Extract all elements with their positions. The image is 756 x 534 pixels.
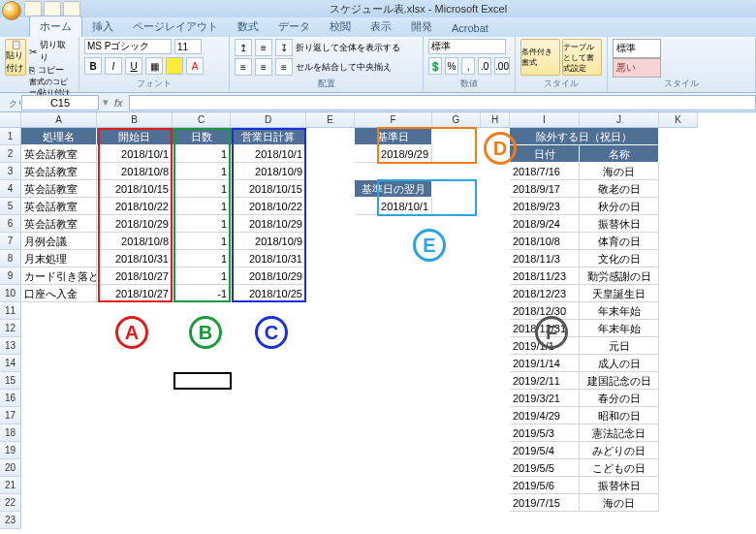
row-head-18[interactable]: 18 [0, 424, 21, 442]
fx-icon[interactable]: fx [114, 97, 123, 109]
cell-D5[interactable]: 2018/10/22 [231, 198, 306, 215]
cell-A4[interactable]: 英会話教室 [21, 180, 97, 198]
cell-A7[interactable]: 月例会議 [21, 233, 97, 250]
cond-format-button[interactable]: 条件付き書式 [520, 39, 560, 76]
cell-B2[interactable]: 2018/10/1 [97, 145, 173, 163]
cell-A9[interactable]: カード引き落とし [21, 267, 97, 285]
col-head-C[interactable]: C [173, 112, 231, 128]
border-button[interactable]: ▦ [145, 57, 163, 75]
row-head-10[interactable]: 10 [0, 285, 21, 302]
row-head-2[interactable]: 2 [0, 145, 21, 163]
name-box[interactable]: C15 [21, 95, 99, 110]
cell-D7[interactable]: 2018/10/9 [231, 233, 306, 250]
row-head-15[interactable]: 15 [0, 372, 21, 390]
cell-C6[interactable]: 1 [173, 215, 231, 233]
cell-B8[interactable]: 2018/10/31 [97, 250, 173, 267]
tab-review[interactable]: 校閲 [320, 16, 361, 37]
cell-I21[interactable]: 2019/5/6 [510, 477, 580, 494]
row-head-20[interactable]: 20 [0, 459, 21, 477]
font-name-select[interactable] [84, 39, 172, 54]
cell-J22[interactable]: 海の日 [580, 494, 659, 512]
cell-F1[interactable]: 基準日 [355, 128, 432, 145]
cell-J10[interactable]: 天皇誕生日 [580, 285, 659, 302]
formula-bar[interactable] [129, 95, 756, 110]
cell-I10[interactable]: 2018/12/23 [510, 285, 580, 302]
align-right[interactable]: ≡ [275, 58, 293, 76]
cell-I8[interactable]: 2018/11/3 [510, 250, 580, 267]
cell-I6[interactable]: 2018/9/24 [510, 215, 580, 233]
qat-redo[interactable] [63, 1, 80, 16]
font-size-select[interactable] [174, 39, 202, 54]
cell-J12[interactable]: 年末年始 [580, 320, 659, 337]
cell-J2[interactable]: 名称 [580, 145, 659, 163]
copy-button[interactable]: コピー [38, 64, 64, 77]
row-head-7[interactable]: 7 [0, 233, 21, 250]
decimal-inc[interactable]: .0 [478, 57, 491, 75]
cell-J11[interactable]: 年末年始 [580, 302, 659, 320]
row-head-6[interactable]: 6 [0, 215, 21, 233]
align-mid[interactable]: ≡ [255, 39, 272, 56]
cell-A2[interactable]: 英会話教室 [21, 145, 97, 163]
row-head-8[interactable]: 8 [0, 250, 21, 267]
row-head-13[interactable]: 13 [0, 337, 21, 355]
cell-J9[interactable]: 勤労感謝の日 [580, 267, 659, 285]
cell-A10[interactable]: 口座へ入金 [21, 285, 97, 302]
row-head-19[interactable]: 19 [0, 442, 21, 459]
tab-view[interactable]: 表示 [361, 16, 401, 37]
row-head-12[interactable]: 12 [0, 320, 21, 337]
cell-J4[interactable]: 敬老の日 [580, 180, 659, 198]
cell-I11[interactable]: 2018/12/30 [510, 302, 580, 320]
wrap-text-button[interactable]: 折り返して全体を表示する [296, 42, 400, 54]
cell-F5[interactable]: 2018/10/1 [355, 198, 432, 215]
align-top[interactable]: ↥ [235, 39, 252, 56]
tab-insert[interactable]: 挿入 [82, 16, 123, 37]
cell-I16[interactable]: 2019/3/21 [510, 390, 580, 407]
align-bot[interactable]: ↧ [275, 39, 293, 56]
namebox-dropdown-icon[interactable]: ▾ [103, 96, 109, 109]
merge-button[interactable]: セルを結合して中央揃え [296, 61, 392, 74]
cut-button[interactable]: 切り取り [40, 39, 74, 64]
tab-acrobat[interactable]: Acrobat [442, 19, 498, 37]
cell-I13[interactable]: 2019/1/1 [510, 337, 580, 355]
row-head-9[interactable]: 9 [0, 267, 21, 285]
cell-I14[interactable]: 2019/1/14 [510, 355, 580, 372]
cell-J15[interactable]: 建国記念の日 [580, 372, 659, 390]
cell-B7[interactable]: 2018/10/8 [97, 233, 173, 250]
cell-C1[interactable]: 日数 [173, 128, 231, 145]
cell-D3[interactable]: 2018/10/9 [231, 163, 306, 180]
cell-J20[interactable]: こどもの日 [580, 459, 659, 477]
cell-J18[interactable]: 憲法記念日 [580, 424, 659, 442]
cell-J5[interactable]: 秋分の日 [580, 198, 659, 215]
style-bad[interactable]: 悪い [613, 58, 661, 78]
underline-button[interactable]: U [125, 57, 142, 75]
cell-D6[interactable]: 2018/10/29 [231, 215, 306, 233]
italic-button[interactable]: I [105, 57, 122, 75]
decimal-dec[interactable]: .00 [494, 57, 510, 75]
cell-J13[interactable]: 元日 [580, 337, 659, 355]
cell-D9[interactable]: 2018/10/29 [231, 267, 306, 285]
row-head-3[interactable]: 3 [0, 163, 21, 180]
cell-D1[interactable]: 営業日計算 [231, 128, 306, 145]
cell-A3[interactable]: 英会話教室 [21, 163, 97, 180]
cell-A6[interactable]: 英会話教室 [21, 215, 97, 233]
cell-B1[interactable]: 開始日 [97, 128, 173, 145]
cell-I1[interactable]: 除外する日（祝日） [510, 128, 659, 145]
tab-pagelayout[interactable]: ページレイアウト [123, 16, 228, 37]
cell-J16[interactable]: 春分の日 [580, 390, 659, 407]
cell-I7[interactable]: 2018/10/8 [510, 233, 580, 250]
paste-button[interactable]: 📋貼り付け [5, 39, 26, 76]
cell-J7[interactable]: 体育の日 [580, 233, 659, 250]
fill-color-button[interactable] [166, 57, 183, 75]
qat-save[interactable] [24, 1, 42, 16]
col-head-E[interactable]: E [306, 112, 355, 128]
cell-A1[interactable]: 処理名 [21, 128, 97, 145]
spreadsheet-grid[interactable]: ABCDEFGHIJK 1234567891011121314151617181… [0, 112, 756, 534]
cell-C8[interactable]: 1 [173, 250, 231, 267]
cell-J3[interactable]: 海の日 [580, 163, 659, 180]
row-head-1[interactable]: 1 [0, 128, 21, 145]
row-head-5[interactable]: 5 [0, 198, 21, 215]
row-head-23[interactable]: 23 [0, 512, 21, 529]
comma-button[interactable]: , [461, 57, 475, 75]
cell-I22[interactable]: 2019/7/15 [510, 494, 580, 512]
align-left[interactable]: ≡ [235, 58, 252, 76]
